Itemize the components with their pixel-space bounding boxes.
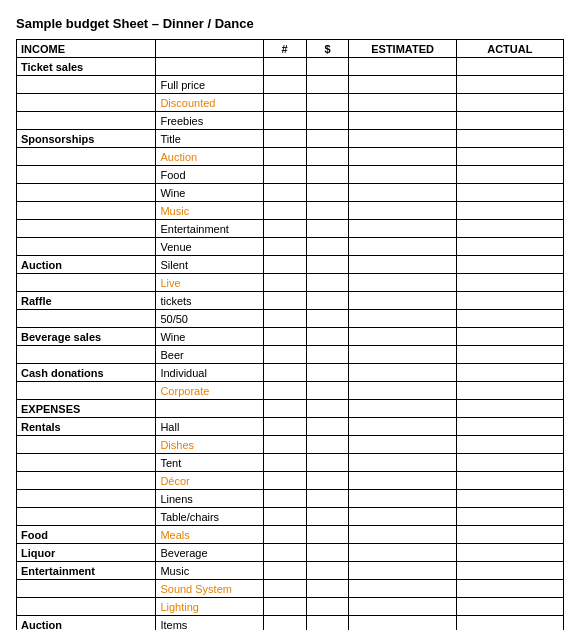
subcategory-cell: Dishes xyxy=(156,436,263,454)
actual-cell xyxy=(456,508,563,526)
actual-cell xyxy=(456,598,563,616)
estimated-cell xyxy=(349,328,456,346)
actual-cell xyxy=(456,274,563,292)
category-cell: Cash donations xyxy=(17,364,156,382)
actual-cell xyxy=(456,364,563,382)
table-row: Cash donationsIndividual xyxy=(17,364,564,382)
header-estimated: ESTIMATED xyxy=(349,40,456,58)
actual-cell xyxy=(456,202,563,220)
actual-cell xyxy=(456,76,563,94)
page-title: Sample budget Sheet – Dinner / Dance xyxy=(16,16,564,31)
table-row: 50/50 xyxy=(17,310,564,328)
dollar-cell xyxy=(306,112,349,130)
subcategory-cell: Décor xyxy=(156,472,263,490)
estimated-cell xyxy=(349,202,456,220)
actual-cell xyxy=(456,184,563,202)
dollar-cell xyxy=(306,148,349,166)
actual-cell xyxy=(456,58,563,76)
subcategory-cell: Corporate xyxy=(156,382,263,400)
header-blank xyxy=(156,40,263,58)
hash-cell xyxy=(263,508,306,526)
table-row: Ticket sales xyxy=(17,58,564,76)
dollar-cell xyxy=(306,418,349,436)
table-row: Freebies xyxy=(17,112,564,130)
table-row: Linens xyxy=(17,490,564,508)
hash-cell xyxy=(263,436,306,454)
actual-cell xyxy=(456,382,563,400)
dollar-cell xyxy=(306,328,349,346)
subcategory-cell: Venue xyxy=(156,238,263,256)
hash-cell xyxy=(263,238,306,256)
header-hash: # xyxy=(263,40,306,58)
actual-cell xyxy=(456,490,563,508)
subcategory-cell: Freebies xyxy=(156,112,263,130)
estimated-cell xyxy=(349,364,456,382)
hash-cell xyxy=(263,328,306,346)
hash-cell xyxy=(263,112,306,130)
estimated-cell xyxy=(349,418,456,436)
actual-cell xyxy=(456,454,563,472)
estimated-cell xyxy=(349,76,456,94)
table-row: EXPENSES xyxy=(17,400,564,418)
estimated-cell xyxy=(349,490,456,508)
subcategory-cell: Food xyxy=(156,166,263,184)
estimated-cell xyxy=(349,346,456,364)
dollar-cell xyxy=(306,202,349,220)
dollar-cell xyxy=(306,580,349,598)
subcategory-cell xyxy=(156,58,263,76)
actual-cell xyxy=(456,526,563,544)
actual-cell xyxy=(456,616,563,631)
hash-cell xyxy=(263,544,306,562)
hash-cell xyxy=(263,76,306,94)
estimated-cell xyxy=(349,400,456,418)
estimated-cell xyxy=(349,472,456,490)
subcategory-cell: Silent xyxy=(156,256,263,274)
dollar-cell xyxy=(306,310,349,328)
category-cell xyxy=(17,580,156,598)
dollar-cell xyxy=(306,166,349,184)
dollar-cell xyxy=(306,454,349,472)
estimated-cell xyxy=(349,436,456,454)
hash-cell xyxy=(263,148,306,166)
table-row: Live xyxy=(17,274,564,292)
estimated-cell xyxy=(349,616,456,631)
estimated-cell xyxy=(349,238,456,256)
actual-cell xyxy=(456,256,563,274)
actual-cell xyxy=(456,130,563,148)
estimated-cell xyxy=(349,220,456,238)
category-cell xyxy=(17,490,156,508)
category-cell xyxy=(17,436,156,454)
subcategory-cell: Items xyxy=(156,616,263,631)
budget-table: INCOME # $ ESTIMATED ACTUAL Ticket sales… xyxy=(16,39,564,630)
subcategory-cell: Individual xyxy=(156,364,263,382)
actual-cell xyxy=(456,328,563,346)
category-cell: Sponsorships xyxy=(17,130,156,148)
estimated-cell xyxy=(349,580,456,598)
table-row: Tent xyxy=(17,454,564,472)
hash-cell xyxy=(263,580,306,598)
estimated-cell xyxy=(349,256,456,274)
dollar-cell xyxy=(306,76,349,94)
subcategory-cell: Linens xyxy=(156,490,263,508)
hash-cell xyxy=(263,364,306,382)
dollar-cell xyxy=(306,382,349,400)
category-cell: EXPENSES xyxy=(17,400,156,418)
category-cell: Rentals xyxy=(17,418,156,436)
subcategory-cell: Title xyxy=(156,130,263,148)
hash-cell xyxy=(263,274,306,292)
category-cell: Auction xyxy=(17,616,156,631)
estimated-cell xyxy=(349,166,456,184)
dollar-cell xyxy=(306,616,349,631)
category-cell xyxy=(17,382,156,400)
table-row: Dishes xyxy=(17,436,564,454)
category-cell: Ticket sales xyxy=(17,58,156,76)
subcategory-cell: tickets xyxy=(156,292,263,310)
table-row: Wine xyxy=(17,184,564,202)
dollar-cell xyxy=(306,562,349,580)
estimated-cell xyxy=(349,562,456,580)
table-row: Table/chairs xyxy=(17,508,564,526)
header-dollar: $ xyxy=(306,40,349,58)
dollar-cell xyxy=(306,436,349,454)
dollar-cell xyxy=(306,238,349,256)
category-cell xyxy=(17,202,156,220)
